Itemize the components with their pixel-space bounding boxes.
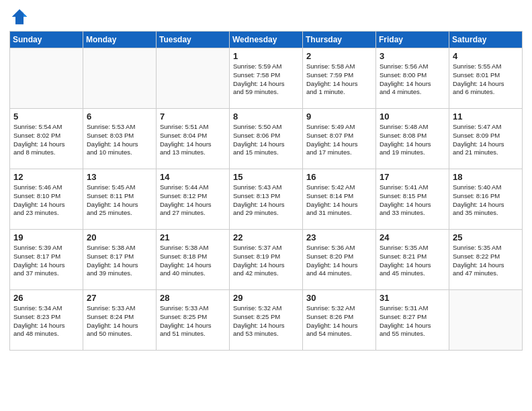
day-number: 21 (160, 232, 226, 242)
cell-line: Sunset: 8:14 PM (306, 192, 372, 201)
day-number: 6 (87, 111, 152, 122)
calendar-cell: 14Sunrise: 5:44 AMSunset: 8:12 PMDayligh… (157, 169, 230, 230)
cell-line: Sunrise: 5:39 AM (13, 244, 79, 253)
cell-line: Daylight: 14 hours (160, 140, 226, 149)
day-number: 2 (306, 51, 372, 61)
cell-line: and 27 minutes. (160, 209, 226, 218)
cell-line: Sunrise: 5:44 AM (160, 183, 226, 192)
cell-line: Daylight: 14 hours (87, 322, 152, 330)
cell-line: Sunset: 8:10 PM (13, 192, 79, 201)
calendar-cell: 2Sunrise: 5:58 AMSunset: 7:59 PMDaylight… (303, 48, 376, 109)
cell-line: Sunset: 8:07 PM (306, 132, 372, 140)
calendar-week-row: 19Sunrise: 5:39 AMSunset: 8:17 PMDayligh… (10, 230, 523, 290)
cell-line: Daylight: 14 hours (453, 80, 519, 89)
cell-line: Sunrise: 5:59 AM (233, 62, 299, 71)
cell-line: Daylight: 14 hours (160, 322, 226, 330)
cell-line: Sunset: 8:20 PM (306, 253, 372, 261)
cell-line: Sunrise: 5:35 AM (380, 244, 445, 253)
cell-line: and 44 minutes. (306, 269, 372, 278)
day-number: 14 (160, 172, 226, 182)
cell-line: and 29 minutes. (233, 209, 299, 218)
cell-line: and 21 minutes. (453, 148, 519, 157)
day-number: 22 (233, 232, 299, 242)
cell-line: Sunrise: 5:46 AM (13, 183, 79, 192)
cell-line: Daylight: 14 hours (453, 261, 519, 270)
calendar-cell: 19Sunrise: 5:39 AMSunset: 8:17 PMDayligh… (10, 230, 83, 290)
calendar-cell: 3Sunrise: 5:56 AMSunset: 8:00 PMDaylight… (376, 48, 449, 109)
cell-line: Sunrise: 5:37 AM (233, 244, 299, 253)
cell-line: Sunset: 8:16 PM (453, 192, 519, 201)
cell-line: Sunrise: 5:40 AM (453, 183, 519, 192)
calendar-day-header: Wednesday (230, 32, 303, 48)
logo (9, 7, 32, 27)
cell-line: Daylight: 14 hours (87, 261, 152, 270)
cell-line: and 13 minutes. (160, 148, 226, 157)
cell-line: Sunset: 8:21 PM (380, 253, 445, 261)
cell-line: and 10 minutes. (87, 148, 152, 157)
cell-line: and 4 minutes. (380, 88, 445, 97)
calendar-header-row: SundayMondayTuesdayWednesdayThursdayFrid… (10, 32, 523, 48)
cell-line: Sunset: 8:03 PM (87, 132, 152, 140)
cell-line: and 50 minutes. (87, 330, 152, 338)
cell-line: Sunset: 8:15 PM (380, 192, 445, 201)
day-number: 9 (306, 111, 372, 122)
cell-line: and 35 minutes. (453, 209, 519, 218)
calendar-cell: 12Sunrise: 5:46 AMSunset: 8:10 PMDayligh… (10, 169, 83, 230)
day-number: 5 (13, 111, 79, 122)
cell-line: and 17 minutes. (306, 148, 372, 157)
calendar-day-header: Sunday (10, 32, 83, 48)
calendar-cell (10, 48, 83, 109)
cell-line: Sunset: 8:17 PM (13, 253, 79, 261)
cell-line: Daylight: 14 hours (453, 201, 519, 210)
calendar-cell: 27Sunrise: 5:33 AMSunset: 8:24 PMDayligh… (83, 290, 157, 351)
day-number: 3 (380, 51, 445, 61)
cell-line: and 6 minutes. (453, 88, 519, 97)
day-number: 8 (233, 111, 299, 122)
cell-line: Sunset: 8:11 PM (87, 192, 152, 201)
calendar-cell: 26Sunrise: 5:34 AMSunset: 8:23 PMDayligh… (10, 290, 83, 351)
calendar-cell: 17Sunrise: 5:41 AMSunset: 8:15 PMDayligh… (376, 169, 449, 230)
cell-line: and 48 minutes. (13, 330, 79, 338)
calendar-cell: 22Sunrise: 5:37 AMSunset: 8:19 PMDayligh… (230, 230, 303, 290)
cell-line: Sunrise: 5:54 AM (13, 123, 79, 132)
day-number: 23 (306, 232, 372, 242)
cell-line: Sunrise: 5:51 AM (160, 123, 226, 132)
cell-line: Sunrise: 5:48 AM (380, 123, 445, 132)
cell-line: Daylight: 14 hours (233, 140, 299, 149)
calendar-cell: 31Sunrise: 5:31 AMSunset: 8:27 PMDayligh… (376, 290, 449, 351)
cell-line: and 15 minutes. (233, 148, 299, 157)
day-number: 30 (306, 293, 372, 303)
cell-line: and 8 minutes. (13, 148, 79, 157)
day-number: 20 (87, 232, 152, 242)
calendar-cell: 28Sunrise: 5:33 AMSunset: 8:25 PMDayligh… (157, 290, 230, 351)
day-number: 15 (233, 172, 299, 182)
calendar-week-row: 12Sunrise: 5:46 AMSunset: 8:10 PMDayligh… (10, 169, 523, 230)
calendar-cell: 10Sunrise: 5:48 AMSunset: 8:08 PMDayligh… (376, 109, 449, 169)
calendar-cell (83, 48, 157, 109)
cell-line: and 39 minutes. (87, 269, 152, 278)
cell-line: Sunrise: 5:32 AM (233, 304, 299, 313)
cell-line: and 31 minutes. (306, 209, 372, 218)
day-number: 27 (87, 293, 152, 303)
cell-line: and 55 minutes. (380, 330, 445, 338)
cell-line: Daylight: 14 hours (233, 261, 299, 270)
cell-line: and 33 minutes. (380, 209, 445, 218)
cell-line: Sunset: 8:17 PM (87, 253, 152, 261)
calendar-cell: 9Sunrise: 5:49 AMSunset: 8:07 PMDaylight… (303, 109, 376, 169)
cell-line: Daylight: 14 hours (87, 140, 152, 149)
cell-line: and 40 minutes. (160, 269, 226, 278)
cell-line: Sunset: 8:04 PM (160, 132, 226, 140)
cell-line: Daylight: 14 hours (380, 261, 445, 270)
cell-line: Daylight: 14 hours (233, 80, 299, 89)
day-number: 17 (380, 172, 445, 182)
cell-line: Daylight: 14 hours (13, 322, 79, 330)
cell-line: and 53 minutes. (233, 330, 299, 338)
calendar-cell: 5Sunrise: 5:54 AMSunset: 8:02 PMDaylight… (10, 109, 83, 169)
calendar-cell: 6Sunrise: 5:53 AMSunset: 8:03 PMDaylight… (83, 109, 157, 169)
cell-line: Sunrise: 5:58 AM (306, 62, 372, 71)
day-number: 18 (453, 172, 519, 182)
cell-line: Daylight: 14 hours (306, 322, 372, 330)
day-number: 25 (453, 232, 519, 242)
cell-line: Sunset: 8:24 PM (87, 313, 152, 322)
cell-line: Daylight: 14 hours (160, 201, 226, 210)
